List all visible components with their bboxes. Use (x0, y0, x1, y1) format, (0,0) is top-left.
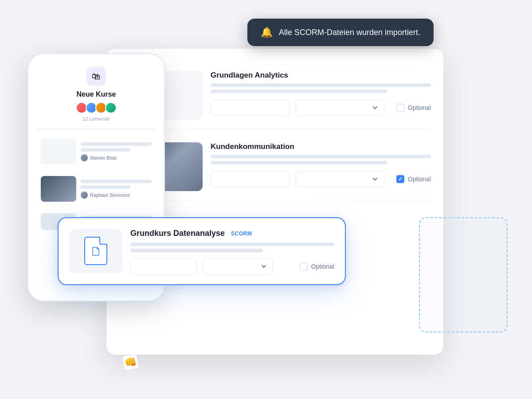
shopping-bag-icon: 🛍 (92, 71, 101, 82)
draggable-course-card[interactable]: Grundkurs Datenanalyse SCORM Optional (58, 217, 346, 285)
course-title: Grundlagen Analytics (211, 71, 431, 80)
card-dropdown[interactable] (202, 258, 273, 274)
phone-app-icon: 🛍 (86, 66, 106, 86)
phone-course-item: Steven Biski (37, 135, 155, 168)
course-controls: Optional (211, 171, 431, 188)
card-title-row: Grundkurs Datenanalyse SCORM (130, 229, 334, 238)
optional-label: Optional (408, 176, 431, 183)
scorm-doc-icon (84, 237, 107, 265)
card-bar (130, 249, 263, 252)
chevron-down-icon (260, 263, 267, 270)
course-dropdown[interactable] (296, 171, 384, 188)
phone-course-item: Raphael Simmons (37, 172, 155, 205)
scorm-badge: SCORM (231, 231, 252, 237)
phone-course-bar (81, 148, 130, 152)
phone-title: Neue Kurse (77, 90, 116, 98)
course-input-field[interactable] (211, 99, 290, 116)
notification-toast: 🔔 Alle SCORM-Dateien wurden importiert. (247, 19, 434, 46)
avatar (105, 102, 117, 113)
phone-course-info: Raphael Simmons (81, 180, 152, 199)
author-name: Steven Biski (90, 155, 117, 160)
card-bar (130, 243, 334, 246)
phone-course-bar (81, 142, 152, 146)
course-input-field[interactable] (211, 171, 290, 188)
phone-course-info: Steven Biski (81, 142, 152, 161)
phone-course-bar (81, 180, 152, 183)
card-optional-label: Optional (311, 263, 334, 270)
draggable-card-inner: Grundkurs Datenanalyse SCORM Optional (69, 229, 334, 274)
course-content: Kundenkommunikation Optional (211, 142, 431, 188)
card-controls: Optional (130, 258, 334, 274)
card-title: Grundkurs Datenanalyse (130, 229, 225, 238)
notification-message: Alle SCORM-Dateien wurden importiert. (279, 28, 420, 37)
optional-checkbox-group[interactable]: Optional (396, 104, 431, 112)
course-dropdown[interactable] (296, 99, 384, 116)
drop-zone (419, 217, 508, 332)
optional-checkbox[interactable] (396, 175, 404, 183)
learner-count: 12 Lernende (82, 116, 110, 121)
chevron-down-icon (372, 176, 379, 183)
course-content: Grundlagen Analytics Optional (211, 71, 431, 116)
phone-header: 🛍 Neue Kurse 12 Lernende (37, 66, 155, 129)
course-bar (211, 155, 431, 158)
optional-checkbox-group[interactable]: Optional (396, 175, 431, 183)
bell-icon: 🔔 (261, 27, 273, 38)
scorm-thumbnail (69, 229, 122, 273)
optional-label: Optional (408, 104, 431, 111)
card-content: Grundkurs Datenanalyse SCORM Optional (130, 229, 334, 274)
document-icon (91, 246, 100, 256)
phone-author-row: Raphael Simmons (81, 192, 152, 199)
course-title: Kundenkommunikation (211, 142, 431, 151)
phone-course-thumbnail (41, 139, 76, 164)
author-avatar (81, 192, 88, 199)
card-optional-group[interactable]: Optional (300, 262, 334, 270)
course-row: Kundenkommunikation Optional (119, 133, 431, 200)
phone-course-thumbnail (41, 176, 76, 202)
phone-author-row: Steven Biski (81, 154, 152, 161)
optional-checkbox[interactable] (396, 104, 404, 112)
course-row: Grundlagen Analytics Optional (119, 62, 431, 129)
course-bar (211, 83, 431, 87)
course-bar (211, 161, 387, 164)
chevron-down-icon (372, 104, 379, 111)
phone-avatars (76, 102, 117, 113)
course-controls: Optional (211, 99, 431, 116)
drag-cursor-icon: 👊 (121, 353, 141, 375)
author-avatar (81, 154, 88, 161)
card-input-field[interactable] (130, 258, 197, 274)
phone-course-bar (81, 185, 130, 189)
course-bar (211, 90, 387, 93)
card-optional-checkbox[interactable] (300, 262, 308, 270)
author-name: Raphael Simmons (90, 192, 130, 198)
